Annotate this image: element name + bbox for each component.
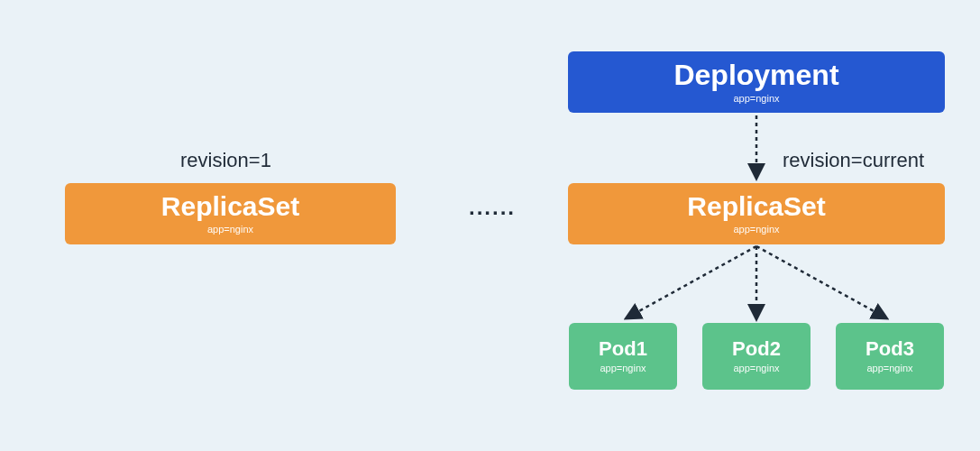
pod-2-box: Pod2 app=nginx xyxy=(702,323,811,390)
replicaset-left-box: ReplicaSet app=nginx xyxy=(65,183,396,244)
arrow-replicaset-to-pod1 xyxy=(627,246,756,318)
deployment-box: Deployment app=nginx xyxy=(568,51,945,113)
deployment-sub: app=nginx xyxy=(733,93,779,104)
revision-label-left: revision=1 xyxy=(180,149,271,172)
pod-1-box: Pod1 app=nginx xyxy=(569,323,677,390)
deployment-title: Deployment xyxy=(673,60,838,89)
pod-2-title: Pod2 xyxy=(732,339,781,359)
pod-2-sub: app=nginx xyxy=(733,363,779,373)
replicaset-right-box: ReplicaSet app=nginx xyxy=(568,183,945,244)
pod-3-title: Pod3 xyxy=(866,339,914,359)
pod-3-sub: app=nginx xyxy=(866,363,912,373)
replicaset-left-sub: app=nginx xyxy=(207,224,253,235)
replicaset-right-title: ReplicaSet xyxy=(687,193,825,220)
ellipsis-dots: ······ xyxy=(469,200,516,226)
pod-1-title: Pod1 xyxy=(599,339,647,359)
replicaset-right-sub: app=nginx xyxy=(733,224,779,235)
pod-1-sub: app=nginx xyxy=(600,363,646,373)
arrow-replicaset-to-pod3 xyxy=(756,246,885,318)
replicaset-left-title: ReplicaSet xyxy=(161,193,299,220)
revision-label-right: revision=current xyxy=(783,149,924,172)
pod-3-box: Pod3 app=nginx xyxy=(836,323,944,390)
